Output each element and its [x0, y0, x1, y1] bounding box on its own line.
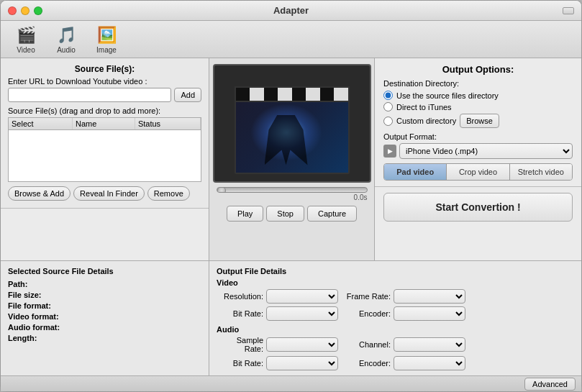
stop-button[interactable]: Stop: [266, 206, 304, 222]
framerate-select[interactable]: [394, 289, 465, 304]
channel-select[interactable]: [394, 337, 465, 352]
source-section: Source File(s): Enter URL to Download Yo…: [1, 58, 209, 209]
audioformat-label: Audio format:: [8, 323, 73, 332]
browse-add-button[interactable]: Browse & Add: [8, 186, 71, 201]
progress-bar-area: 0.0s: [217, 187, 368, 201]
details-title: Selected Source File Details: [8, 267, 201, 275]
add-button[interactable]: Add: [174, 88, 201, 102]
pad-crop-buttons: Pad video Crop video Stretch video: [383, 163, 573, 181]
samplerate-select[interactable]: [266, 337, 338, 352]
channel-field: Channel:: [344, 336, 465, 353]
col-name: Name: [73, 118, 135, 130]
file-table-wrapper: Select Name Status: [8, 117, 201, 182]
toolbar-audio-label: Audio: [57, 46, 76, 54]
radio-custom-label: Custom directory: [396, 117, 456, 125]
clapper-top: [235, 86, 350, 102]
stripe-5: [292, 88, 306, 101]
right-panel: Output Options: Destination Directory: U…: [375, 58, 581, 260]
stripe-2: [250, 88, 264, 101]
window-minimize-icon[interactable]: [563, 7, 574, 14]
resolution-label: Resolution:: [217, 292, 263, 301]
video-bitrate-select[interactable]: [266, 306, 338, 321]
radio-custom-input[interactable]: [383, 117, 393, 126]
radio-itunes: Direct to iTunes: [383, 102, 573, 111]
video-bitrate-field: Bit Rate:: [217, 306, 338, 321]
format-select-row: ▶ iPhone Video (.mp4): [383, 143, 573, 159]
titlebar: Adapter: [1, 1, 581, 21]
videoformat-label: Video format:: [8, 312, 73, 321]
stretch-video-button[interactable]: Stretch video: [510, 164, 572, 180]
toolbar: 🎬 Video 🎵 Audio 🖼️ Image: [1, 21, 581, 58]
pad-video-button[interactable]: Pad video: [384, 164, 447, 180]
start-conversion-button[interactable]: Start Convertion !: [383, 193, 573, 222]
status-bar: Advanced: [1, 375, 581, 391]
middle-panel: 0.0s Play Stop Capture: [209, 58, 375, 260]
audio-bitrate-select[interactable]: [266, 356, 338, 370]
minimize-button[interactable]: [21, 6, 29, 15]
radio-source-dir: Use the source files directory: [383, 91, 573, 100]
app-window: Adapter 🎬 Video 🎵 Audio 🖼️ Image Source …: [0, 0, 582, 392]
stripe-3: [264, 88, 278, 101]
radio-itunes-input[interactable]: [383, 102, 393, 111]
source-details-panel: Selected Source File Details Path: File …: [1, 261, 209, 375]
remove-button[interactable]: Remove: [147, 186, 190, 201]
fileformat-label: File format:: [8, 301, 73, 310]
video-bitrate-label: Bit Rate:: [217, 309, 263, 318]
reveal-finder-button[interactable]: Reveal In Finder: [73, 186, 145, 201]
close-button[interactable]: [8, 6, 17, 15]
time-label: 0.0s: [217, 193, 368, 201]
maximize-button[interactable]: [34, 6, 42, 15]
source-title: Source File(s):: [8, 64, 201, 74]
url-input[interactable]: [8, 88, 171, 102]
play-button[interactable]: Play: [227, 206, 263, 222]
radio-source-dir-input[interactable]: [383, 91, 393, 100]
media-buttons: Play Stop Capture: [227, 206, 357, 222]
channel-label: Channel:: [344, 340, 391, 349]
video-encoder-label: Encoder:: [344, 309, 391, 318]
preview-area: [213, 64, 371, 183]
detail-filesize: File size:: [8, 291, 201, 299]
radio-custom: Custom directory Browse: [383, 114, 573, 128]
dest-label: Destination Directory:: [383, 79, 573, 88]
col-status: Status: [135, 118, 200, 130]
output-options: Output Options: Destination Directory: U…: [375, 58, 581, 187]
video-encoder-field: Encoder:: [344, 306, 465, 321]
filesize-label: File size:: [8, 291, 73, 299]
output-details-title: Output File Details: [217, 267, 574, 275]
col-select: Select: [9, 118, 73, 130]
browse-custom-button[interactable]: Browse: [460, 114, 499, 128]
clapper-stripes: [236, 88, 348, 101]
format-icon: ▶: [383, 145, 396, 158]
crop-video-button[interactable]: Crop video: [447, 164, 509, 180]
toolbar-image[interactable]: 🖼️ Image: [88, 24, 124, 55]
file-table: Select Name Status: [9, 118, 201, 130]
audio-encoder-label: Encoder:: [344, 359, 391, 368]
audio-row-2: Bit Rate: Encoder:: [217, 356, 574, 370]
toolbar-video[interactable]: 🎬 Video: [8, 24, 44, 55]
video-encoder-select[interactable]: [394, 306, 465, 321]
audio-encoder-select[interactable]: [394, 356, 465, 370]
audio-icon: 🎵: [55, 25, 78, 45]
video-icon: 🎬: [14, 25, 37, 45]
capture-button[interactable]: Capture: [307, 206, 357, 222]
samplerate-field: Sample Rate:: [217, 336, 338, 353]
progress-track[interactable]: [217, 187, 368, 193]
framerate-field: Frame Rate:: [344, 289, 465, 304]
toolbar-video-label: Video: [17, 46, 35, 54]
stripe-1: [236, 88, 250, 101]
format-select[interactable]: iPhone Video (.mp4): [399, 143, 573, 159]
radio-source-dir-label: Use the source files directory: [396, 91, 499, 100]
radio-itunes-label: Direct to iTunes: [396, 103, 452, 111]
stripe-7: [320, 88, 335, 101]
window-title: Adapter: [273, 5, 309, 16]
toolbar-audio[interactable]: 🎵 Audio: [48, 24, 84, 55]
framerate-label: Frame Rate:: [344, 292, 391, 301]
format-section: Output Format: ▶ iPhone Video (.mp4): [383, 132, 573, 159]
resolution-select[interactable]: [266, 289, 338, 304]
video-row-2: Bit Rate: Encoder:: [217, 306, 574, 321]
advanced-button[interactable]: Advanced: [524, 378, 576, 391]
progress-thumb[interactable]: [217, 187, 226, 193]
output-title: Output Options:: [383, 64, 573, 75]
audio-bitrate-label: Bit Rate:: [217, 359, 263, 368]
traffic-lights: [8, 6, 42, 15]
